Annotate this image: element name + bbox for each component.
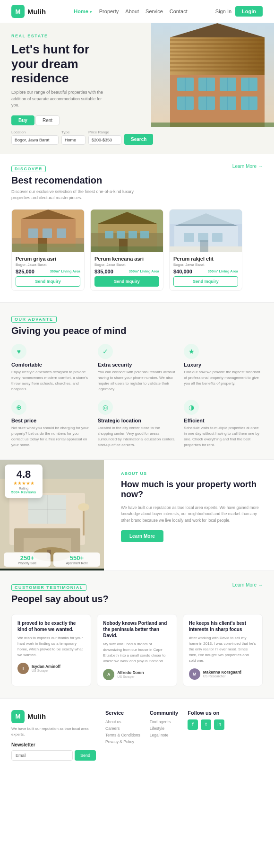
card-body-1: Perum griya asri Bogor, Jawa Barat $25,0… <box>12 252 84 290</box>
adv-desc-2: Find out how we provide the highest stan… <box>184 369 263 386</box>
test-title-2: Nobody knows Portland and the peninsula … <box>103 620 171 639</box>
hero-subtitle: Explore our range of beautiful propertie… <box>11 89 106 109</box>
send-inquiry-2[interactable]: Send Inquiry <box>94 276 159 287</box>
newsletter-submit-button[interactable]: Send <box>75 750 96 761</box>
footer-brand: M Mulih We have built our reputation as … <box>11 710 96 761</box>
adv-desc-4: Located in the city center close to the … <box>98 425 177 448</box>
author-info-3: Makenna Korsgaard US Researcher <box>203 670 241 678</box>
send-inquiry-3[interactable]: Send Inquiry <box>173 276 238 287</box>
location-select[interactable]: Bogor, Jawa Barat <box>11 135 59 145</box>
svg-rect-64 <box>71 528 80 552</box>
discover-learn-more[interactable]: Learn More → <box>232 164 263 169</box>
footer-logo-icon: M <box>11 710 25 723</box>
svg-rect-53 <box>212 233 223 242</box>
card-price-1: $25,000 <box>16 269 34 274</box>
advantages-tag: OUR ADVANTE <box>11 316 57 323</box>
avatar-1: I <box>17 663 29 674</box>
service-links: About us Careers Terms & Conditions Priv… <box>105 719 140 744</box>
test-body-1: We wish to express our thanks for your h… <box>17 635 85 658</box>
advantages-title: Giving you peace of mind <box>11 325 263 336</box>
svg-rect-57 <box>200 240 208 252</box>
svg-rect-45 <box>140 231 149 238</box>
location-label: Location <box>11 130 59 134</box>
svg-rect-48 <box>91 246 163 252</box>
location-icon: ◎ <box>98 400 113 415</box>
rating-label: Rating <box>10 487 37 490</box>
about-tag: ABOUT US <box>121 471 265 476</box>
footer-logo-name: Mulih <box>27 712 46 720</box>
learn-more-arrow-icon: → <box>258 582 263 587</box>
testimonial-card-list: It proved to be exactly the kind of home… <box>11 614 263 686</box>
about-learn-more-button[interactable]: Learn More <box>121 530 163 542</box>
footer: M Mulih We have built our reputation as … <box>0 698 274 772</box>
adv-desc-1: You can connect with potential tenants w… <box>98 369 177 392</box>
tab-buy[interactable]: Buy <box>11 115 34 125</box>
footer-desc: We have built our reputation as true loc… <box>11 726 96 737</box>
footer-logo: M Mulih <box>11 710 96 723</box>
nav-property[interactable]: Property <box>99 9 119 14</box>
navbar: M Mulih Home Property About Service Cont… <box>0 0 274 23</box>
about-left: 4.8 ★★★★★ Rating 500+ Reviews 250+ Prope… <box>0 460 104 570</box>
service-link-0[interactable]: About us <box>105 719 140 724</box>
avatar-3: M <box>189 668 200 680</box>
service-link-3[interactable]: Privacy & Policy <box>105 739 140 744</box>
test-body-2: My wife and I had a dream of downsizing … <box>103 641 171 664</box>
discover-header-left: DISCOVER Best recomendation Discover our… <box>11 164 134 202</box>
type-select[interactable]: Home <box>61 135 86 145</box>
community-link-2[interactable]: Legal note <box>150 733 179 737</box>
author-name-2: Alfredo Donin <box>117 670 144 675</box>
community-links: Find agents Lifestyle Legal note <box>150 719 179 737</box>
test-body-3: After working with David to sell my home… <box>189 635 257 664</box>
hero-tag: REAL ESTATE <box>11 34 263 38</box>
svg-rect-34 <box>43 228 52 238</box>
footer-community: Community Find agents Lifestyle Legal no… <box>150 710 179 761</box>
nav-service[interactable]: Service <box>146 9 163 14</box>
community-link-0[interactable]: Find agents <box>150 719 179 724</box>
property-img-svg-1 <box>12 210 84 252</box>
svg-rect-33 <box>28 228 38 238</box>
facebook-icon[interactable]: f <box>188 719 198 730</box>
testimonial-card-3: He keeps his client's best interests in … <box>183 614 263 686</box>
svg-rect-44 <box>128 231 137 238</box>
svg-point-68 <box>78 503 89 511</box>
property-card-2: Perum kencana asri Bogor, Jawa Barat $35… <box>90 209 163 291</box>
svg-rect-42 <box>105 231 113 238</box>
service-link-2[interactable]: Terms & Conditions <box>105 733 140 737</box>
tab-rent[interactable]: Rent <box>35 115 60 125</box>
comfortable-icon: ♥ <box>11 344 26 359</box>
search-button[interactable]: Search <box>124 134 153 145</box>
card-price-row-1: $25,000 360m² Living Area <box>16 269 80 274</box>
adv-title-2: Luxury <box>184 362 263 368</box>
nav-about[interactable]: About <box>125 9 139 14</box>
advantage-luxury: ★ Luxury Find out how we provide the hig… <box>184 344 263 392</box>
nav-home[interactable]: Home <box>74 9 93 14</box>
author-role-1: US Scraper <box>32 669 60 672</box>
newsletter-label: Newsletter <box>11 742 96 747</box>
card-image-3 <box>170 210 242 252</box>
advantage-location: ◎ Strategic location Located in the city… <box>98 400 177 448</box>
testimonials-learn-more[interactable]: Learn More → <box>232 582 263 587</box>
testimonials-section: CUSTOMER TESTIMONIAL Peopel say about us… <box>0 571 274 698</box>
property-img-svg-3 <box>170 210 242 252</box>
community-link-1[interactable]: Lifestyle <box>150 726 179 731</box>
nav-contact[interactable]: Contact <box>170 9 188 14</box>
login-button[interactable]: Login <box>235 6 263 17</box>
card-name-1: Perum griya asri <box>16 256 80 262</box>
signin-button[interactable]: Sign In <box>215 9 231 14</box>
test-title-3: He keeps his client's best interests in … <box>189 620 257 632</box>
type-label: Type <box>61 130 86 134</box>
send-inquiry-1[interactable]: Send Inquiry <box>16 276 80 287</box>
logo[interactable]: M Mulih <box>11 5 46 18</box>
service-link-1[interactable]: Careers <box>105 726 140 731</box>
efficient-icon: ◑ <box>184 400 199 415</box>
newsletter-input[interactable] <box>11 750 73 761</box>
adv-desc-5: Schedule visits to multiple properties a… <box>184 425 263 448</box>
rating-stars: ★★★★★ <box>10 481 37 486</box>
testimonials-header: CUSTOMER TESTIMONIAL Peopel say about us… <box>11 582 263 607</box>
linkedin-icon[interactable]: in <box>214 719 224 730</box>
adv-title-4: Strategic location <box>98 418 177 423</box>
twitter-icon[interactable]: t <box>201 719 211 730</box>
newsletter-row: Send <box>11 750 96 761</box>
price-select[interactable]: $200-$350 <box>88 135 121 145</box>
test-title-1: It proved to be exactly the kind of home… <box>17 620 85 632</box>
